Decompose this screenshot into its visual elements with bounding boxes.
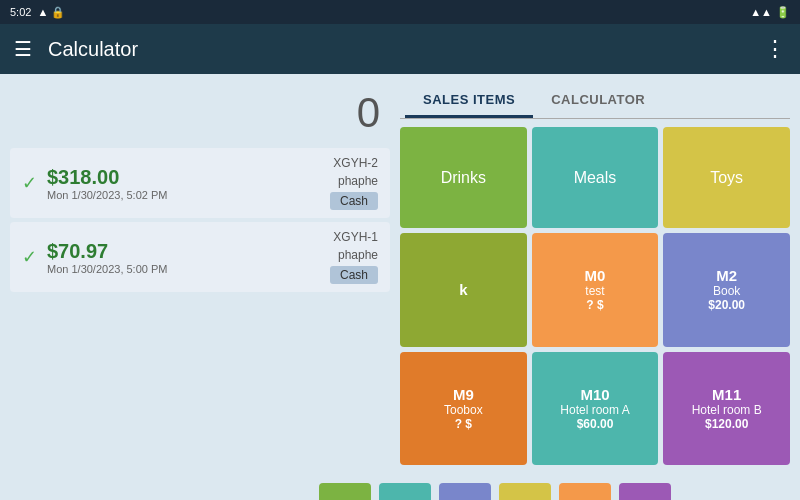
status-icons: ▲ 🔒 <box>37 6 65 19</box>
transaction-date: Mon 1/30/2023, 5:00 PM <box>47 263 330 275</box>
category-drinks[interactable]: Drinks <box>400 127 527 228</box>
palette-color-green[interactable] <box>319 483 371 500</box>
menu-icon[interactable]: ☰ <box>14 37 32 61</box>
item-code: M9 <box>453 386 474 403</box>
item-name: Hotel room A <box>560 403 629 417</box>
check-icon: ✓ <box>22 246 37 268</box>
item-price: ? $ <box>586 298 603 312</box>
transaction-amount: $318.00 <box>47 166 330 189</box>
item-name: Hotel room B <box>692 403 762 417</box>
item-m0[interactable]: M0 test ? $ <box>532 233 659 346</box>
palette-color-yellow[interactable] <box>499 483 551 500</box>
item-price: $60.00 <box>577 417 614 431</box>
wifi-icon: ▲▲ <box>750 6 772 18</box>
item-name: Toobox <box>444 403 483 417</box>
display-number: 0 <box>10 84 390 142</box>
status-time: 5:02 <box>10 6 31 18</box>
battery-icon: 🔋 <box>776 6 790 19</box>
tabs: SALES ITEMS CALCULATOR <box>400 84 790 119</box>
right-panel: SALES ITEMS CALCULATOR Drinks Meals Toys… <box>400 74 800 470</box>
transaction-id: XGYH-2 <box>333 156 378 170</box>
transaction-item[interactable]: ✓ $70.97 Mon 1/30/2023, 5:00 PM XGYH-1 p… <box>10 222 390 292</box>
item-m9[interactable]: M9 Toobox ? $ <box>400 352 527 465</box>
item-code: M2 <box>716 267 737 284</box>
item-m2[interactable]: M2 Book $20.00 <box>663 233 790 346</box>
transaction-payment: Cash <box>330 266 378 284</box>
color-palette <box>200 475 790 500</box>
item-name: test <box>585 284 604 298</box>
tab-calculator[interactable]: CALCULATOR <box>533 84 663 118</box>
item-k[interactable]: k <box>400 233 527 346</box>
item-m10[interactable]: M10 Hotel room A $60.00 <box>532 352 659 465</box>
toolbar: ☰ Calculator ⋮ <box>0 24 800 74</box>
status-right: ▲▲ 🔋 <box>750 6 790 19</box>
item-price: $120.00 <box>705 417 748 431</box>
transaction-info: $318.00 Mon 1/30/2023, 5:02 PM <box>47 166 330 201</box>
palette-color-teal[interactable] <box>379 483 431 500</box>
palette-color-blue[interactable] <box>439 483 491 500</box>
transaction-user: phaphe <box>338 248 378 262</box>
status-left: 5:02 ▲ 🔒 <box>10 6 65 19</box>
sales-grid: Drinks Meals Toys k M0 test ? $ M2 Book … <box>400 127 790 465</box>
category-meals[interactable]: Meals <box>532 127 659 228</box>
item-code: M11 <box>712 386 741 403</box>
main-content: 0 ✓ $318.00 Mon 1/30/2023, 5:02 PM XGYH-… <box>0 74 800 470</box>
transaction-user: phaphe <box>338 174 378 188</box>
action-area: CLEAR RECEIPT <box>0 470 800 500</box>
palette-color-purple[interactable] <box>619 483 671 500</box>
transaction-right: XGYH-2 phaphe Cash <box>330 156 378 210</box>
transaction-amount: $70.97 <box>47 240 330 263</box>
transaction-id: XGYH-1 <box>333 230 378 244</box>
status-bar: 5:02 ▲ 🔒 ▲▲ 🔋 <box>0 0 800 24</box>
transaction-date: Mon 1/30/2023, 5:02 PM <box>47 189 330 201</box>
left-panel: 0 ✓ $318.00 Mon 1/30/2023, 5:02 PM XGYH-… <box>0 74 400 470</box>
transaction-info: $70.97 Mon 1/30/2023, 5:00 PM <box>47 240 330 275</box>
item-name: Book <box>713 284 740 298</box>
tab-sales-items[interactable]: SALES ITEMS <box>405 84 533 118</box>
transactions-list: ✓ $318.00 Mon 1/30/2023, 5:02 PM XGYH-2 … <box>10 148 390 292</box>
item-code: M0 <box>585 267 606 284</box>
more-icon[interactable]: ⋮ <box>764 36 786 62</box>
transaction-right: XGYH-1 phaphe Cash <box>330 230 378 284</box>
item-code: M10 <box>580 386 609 403</box>
toolbar-title: Calculator <box>48 38 748 61</box>
category-toys[interactable]: Toys <box>663 127 790 228</box>
item-code: k <box>459 281 467 298</box>
transaction-item[interactable]: ✓ $318.00 Mon 1/30/2023, 5:02 PM XGYH-2 … <box>10 148 390 218</box>
check-icon: ✓ <box>22 172 37 194</box>
item-price: ? $ <box>455 417 472 431</box>
item-price: $20.00 <box>708 298 745 312</box>
transaction-payment: Cash <box>330 192 378 210</box>
palette-color-orange[interactable] <box>559 483 611 500</box>
item-m11[interactable]: M11 Hotel room B $120.00 <box>663 352 790 465</box>
